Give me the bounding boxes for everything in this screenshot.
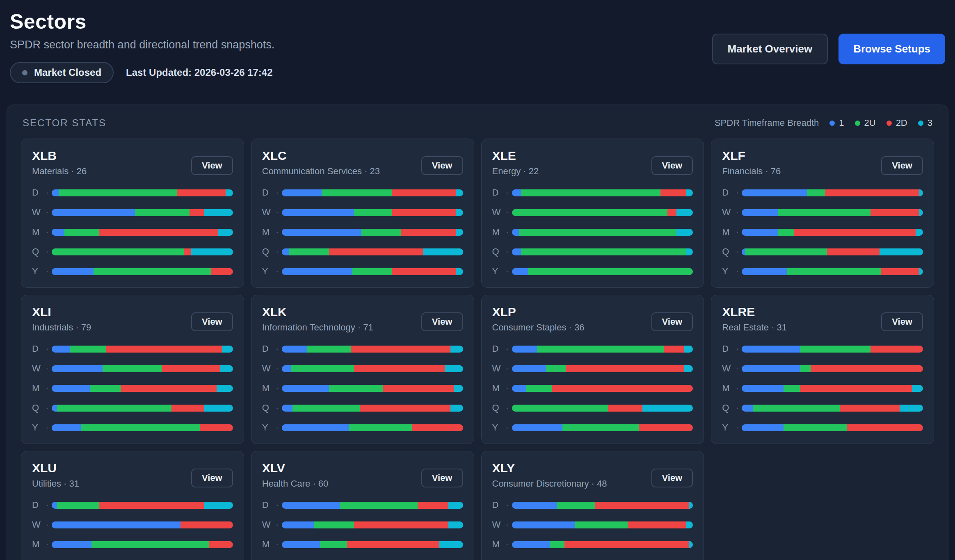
timeframe-label: M — [492, 383, 503, 394]
view-button[interactable]: View — [881, 156, 923, 175]
bar-segment-2d — [99, 229, 219, 236]
timeframe-row: D· — [262, 344, 463, 354]
bar-segment-1 — [52, 541, 91, 548]
bar-segment-3 — [456, 189, 463, 196]
timeframe-label: Q — [262, 403, 273, 413]
breadth-bar — [52, 521, 233, 528]
sector-card-header: XLBMaterials · 26View — [32, 149, 233, 177]
bar-segment-2u — [322, 189, 392, 196]
view-button[interactable]: View — [421, 156, 463, 175]
breadth-bar — [512, 365, 693, 372]
sector-card-titles: XLREReal Estate · 31 — [722, 305, 787, 333]
bar-segment-1 — [52, 385, 90, 392]
sector-card-titles: XLKInformation Technology · 71 — [262, 305, 373, 333]
breadth-bar — [742, 189, 923, 196]
bar-segment-3 — [450, 405, 463, 412]
view-button[interactable]: View — [421, 469, 463, 487]
timeframe-rows: D·W·M·Q·Y· — [492, 344, 693, 433]
breadth-bar — [52, 405, 233, 412]
timeframe-row: D· — [262, 500, 463, 510]
timeframe-rows: D·W·M·Q·Y· — [722, 344, 923, 433]
bar-segment-2u — [289, 248, 329, 255]
bar-segment-2u — [562, 424, 639, 431]
bar-segment-2d — [354, 365, 445, 372]
timeframe-label: W — [492, 519, 503, 530]
sector-subtitle: Financials · 76 — [722, 166, 781, 177]
breadth-bar — [512, 405, 693, 412]
timeframe-label: D — [722, 344, 733, 354]
view-button[interactable]: View — [191, 156, 233, 175]
sector-grid: XLBMaterials · 26ViewD·W·M·Q·Y·XLCCommun… — [21, 139, 934, 560]
timeframe-row: Q· — [32, 403, 233, 413]
view-button[interactable]: View — [881, 312, 923, 331]
sector-card: XLFFinancials · 76ViewD·W·M·Q·Y· — [711, 139, 934, 288]
timeframe-separator: · — [503, 266, 512, 277]
breadth-bar — [52, 248, 233, 255]
view-button[interactable]: View — [651, 469, 693, 487]
timeframe-label: M — [32, 383, 43, 394]
timeframe-label: W — [32, 363, 43, 374]
bar-segment-1 — [742, 248, 745, 255]
bar-segment-2u — [354, 209, 392, 216]
timeframe-row: Q· — [262, 246, 463, 257]
bar-segment-2u — [546, 365, 566, 372]
timeframe-label: W — [262, 363, 273, 374]
timeframe-row: D· — [492, 500, 693, 510]
timeframe-row: Q· — [492, 403, 693, 413]
timeframe-label: D — [492, 187, 503, 198]
timeframe-label: D — [32, 500, 43, 510]
timeframe-separator: · — [503, 500, 512, 510]
bar-segment-1 — [742, 405, 753, 412]
breadth-bar — [512, 189, 693, 196]
bar-segment-2u — [528, 268, 693, 275]
sector-card-titles: XLVHealth Care · 60 — [262, 461, 328, 489]
timeframe-row: W· — [32, 207, 233, 218]
sector-subtitle: Industrials · 79 — [32, 322, 91, 333]
bar-segment-2u — [57, 502, 99, 509]
timeframe-row: D· — [32, 187, 233, 198]
timeframe-row: Y· — [492, 422, 693, 433]
timeframe-separator: · — [733, 246, 742, 257]
breadth-bar — [742, 346, 923, 353]
view-button[interactable]: View — [651, 312, 693, 331]
bar-segment-1 — [512, 229, 519, 236]
bar-segment-1 — [282, 248, 289, 255]
legend-dot-green-icon — [855, 121, 860, 126]
bar-segment-1 — [282, 229, 361, 236]
bar-segment-1 — [742, 209, 778, 216]
timeframe-separator: · — [503, 207, 512, 218]
bar-segment-2u — [550, 541, 564, 548]
sector-card-header: XLVHealth Care · 60View — [262, 461, 463, 489]
timeframe-label: W — [262, 519, 273, 530]
view-button[interactable]: View — [191, 312, 233, 331]
sector-ticker: XLU — [32, 461, 79, 475]
bar-segment-2d — [811, 365, 923, 372]
bar-segment-2d — [121, 385, 217, 392]
breadth-bar — [512, 268, 693, 275]
bar-segment-3 — [689, 541, 693, 548]
bar-segment-1 — [742, 189, 807, 196]
bar-segment-2u — [787, 268, 882, 275]
bar-segment-3 — [689, 502, 693, 509]
market-overview-button[interactable]: Market Overview — [712, 34, 828, 64]
bar-segment-2u — [90, 385, 121, 392]
breadth-bar — [282, 521, 463, 528]
sector-card-titles: XLBMaterials · 26 — [32, 149, 87, 177]
view-button[interactable]: View — [191, 469, 233, 487]
view-button[interactable]: View — [421, 312, 463, 331]
timeframe-separator: · — [503, 539, 512, 550]
timeframe-label: D — [32, 187, 43, 198]
bar-segment-2u — [314, 521, 354, 528]
last-updated: Last Updated: 2026-03-26 17:42 — [126, 67, 273, 78]
sector-ticker: XLC — [262, 149, 380, 163]
sector-card-titles: XLYConsumer Discretionary · 48 — [492, 461, 607, 489]
timeframe-label: D — [262, 500, 273, 510]
panel-header: SECTOR STATS SPDR Timeframe Breadth 1 2U… — [21, 116, 934, 129]
browse-setups-button[interactable]: Browse Setups — [838, 34, 945, 64]
view-button[interactable]: View — [651, 156, 693, 175]
bar-segment-2u — [320, 541, 347, 548]
bar-segment-2u — [103, 365, 162, 372]
breadth-bar — [512, 385, 693, 392]
sector-subtitle: Real Estate · 31 — [722, 322, 787, 333]
sector-subtitle: Materials · 26 — [32, 166, 87, 177]
